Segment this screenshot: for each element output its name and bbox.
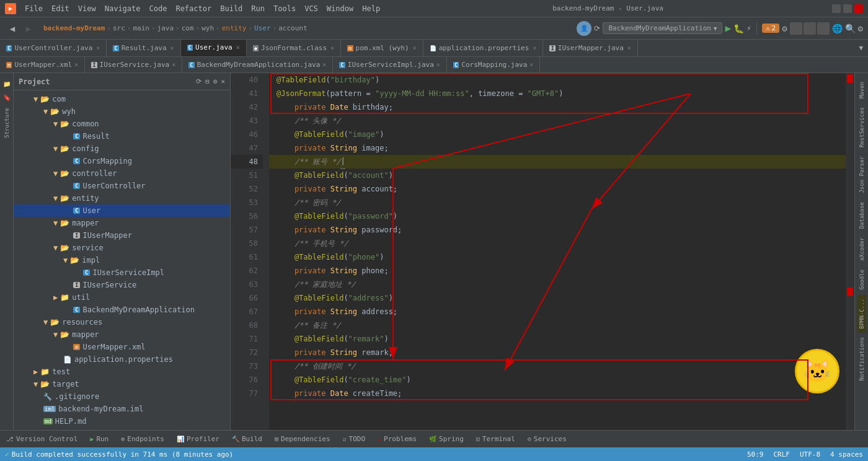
tab2-close-5[interactable]: × <box>529 61 533 68</box>
bc-java[interactable]: java <box>157 24 174 32</box>
goodle-panel-btn[interactable]: Goodle <box>857 266 866 294</box>
tree-item[interactable]: C BackendMyDreamApplication <box>14 304 230 316</box>
tab-result[interactable]: C Result.java × <box>107 40 180 56</box>
tab2-backendapp[interactable]: C BackendMyDreamApplication.java × <box>182 57 333 72</box>
tree-item[interactable]: ▼ 📂 resources <box>14 316 230 328</box>
tree-item[interactable]: ▼ 📂 wyh <box>14 105 230 118</box>
run-button[interactable]: ▶ <box>725 22 731 34</box>
tab-close-4[interactable]: × <box>330 45 334 51</box>
toolbar-back[interactable]: ◀ <box>5 21 20 36</box>
bottom-tab-profiler[interactable]: 📊 Profiler <box>170 431 226 448</box>
debug-button[interactable]: 🐛 <box>733 24 744 33</box>
database-panel-btn[interactable]: Database <box>857 198 866 232</box>
tree-item[interactable]: 🔧 .gitignore <box>14 390 230 403</box>
menu-navigate[interactable]: Navigate <box>101 3 144 14</box>
project-panel-btn[interactable]: 📁 <box>1 78 12 89</box>
tree-item[interactable]: ▼ 📂 controller <box>14 167 230 180</box>
bc-com[interactable]: com <box>182 24 194 32</box>
tab-close-3[interactable]: × <box>236 44 240 51</box>
tree-item[interactable]: I IUserMapper <box>14 229 230 242</box>
bc-src[interactable]: src <box>113 24 125 32</box>
menu-vcs[interactable]: VCS <box>301 3 322 14</box>
tree-item[interactable]: I IUserService <box>14 279 230 291</box>
menu-run[interactable]: Run <box>247 3 268 14</box>
toolbar-search[interactable]: 🔍 <box>845 24 856 33</box>
tree-item[interactable]: C Result <box>14 130 230 143</box>
sidebar-hide-btn[interactable]: × <box>221 77 225 86</box>
tree-item[interactable]: ▼ 📂 service <box>14 242 230 254</box>
window-minimize[interactable] <box>832 4 841 13</box>
toolbar-btn2[interactable] <box>804 22 816 35</box>
tab-close-2[interactable]: × <box>170 45 174 51</box>
tree-item[interactable]: ▼ 📂 impl <box>14 254 230 266</box>
bc-user[interactable]: User <box>254 24 271 32</box>
tab2-corsmapping[interactable]: C CorsMapping.java × <box>447 57 540 72</box>
window-close[interactable] <box>854 4 863 13</box>
tree-item[interactable]: ▼ 📂 entity <box>14 192 230 204</box>
menu-edit[interactable]: Edit <box>48 3 73 14</box>
bottom-tab-version-control[interactable]: ⎇ Version Control <box>0 431 84 448</box>
jsonparser-panel-btn[interactable]: Json Parser <box>857 152 866 197</box>
tree-item[interactable]: ▼ 📂 target <box>14 378 230 390</box>
bc-wyh[interactable]: wyh <box>202 24 214 32</box>
tree-item[interactable]: md HELP.md <box>14 415 230 428</box>
tab2-close-4[interactable]: × <box>436 61 440 68</box>
toolbar-gear[interactable]: ⚙ <box>858 24 863 33</box>
menu-help[interactable]: Help <box>358 3 384 14</box>
tab-more[interactable]: ▼ <box>854 40 868 56</box>
tree-item[interactable]: iml backend-myDream.iml <box>14 403 230 415</box>
tree-item[interactable]: ▼ 📂 config <box>14 143 230 155</box>
toolbar-btn3[interactable] <box>817 22 830 35</box>
tab-iusermapper[interactable]: I IUserMapper.java × <box>543 40 637 56</box>
bc-entity[interactable]: entity <box>222 24 247 32</box>
bc-main[interactable]: main <box>133 24 149 32</box>
bottom-tab-dependencies[interactable]: ⊞ Dependencies <box>268 431 337 448</box>
toolbar-btn1[interactable] <box>790 22 802 35</box>
bc-project[interactable]: backend-myDream <box>43 24 105 32</box>
encoding[interactable]: UTF-8 <box>800 450 820 459</box>
bottom-tab-build[interactable]: 🔨 Build <box>226 431 268 448</box>
bottom-tab-run[interactable]: ▶ Run <box>84 431 115 448</box>
sidebar-settings-btn[interactable]: ⚙ <box>213 77 218 86</box>
run-config-selector[interactable]: BackendMyDreamApplication ▼ <box>603 22 722 34</box>
run-coverage-button[interactable]: ⚡ <box>746 24 751 33</box>
notifications-panel-btn[interactable]: Notifications <box>857 333 866 384</box>
sidebar-collapse-btn[interactable]: ⊟ <box>205 77 210 86</box>
sync-icon[interactable]: ⟳ <box>594 24 600 33</box>
menu-view[interactable]: View <box>74 3 100 14</box>
bc-account[interactable]: account <box>278 24 307 32</box>
toolbar-forward[interactable]: ▶ <box>21 21 36 36</box>
profile-icon[interactable]: 👤 <box>577 21 591 36</box>
tab2-iuserservice[interactable]: I IUserService.java × <box>85 57 182 72</box>
tree-item[interactable]: ▶ 📁 util <box>14 291 230 304</box>
tree-item[interactable]: ▼ 📂 mapper <box>14 328 230 341</box>
window-maximize[interactable] <box>843 4 852 13</box>
translate-icon[interactable]: 🌐 <box>832 24 843 33</box>
tree-item-user-selected[interactable]: C User <box>14 204 230 217</box>
tree-item[interactable]: C CorsMapping <box>14 155 230 167</box>
tab2-close-2[interactable]: × <box>172 61 175 68</box>
tree-item[interactable]: m UserMapper.xml <box>14 341 230 353</box>
sidebar-sync-btn[interactable]: ⟳ <box>196 77 202 86</box>
tab-close-1[interactable]: × <box>96 45 100 51</box>
restservices-panel-btn[interactable]: RestServices <box>857 103 866 151</box>
bottom-tab-problems[interactable]: ⚠ Problems <box>371 431 423 448</box>
tree-item[interactable]: C IUserServiceImpl <box>14 266 230 279</box>
bookmarks-btn[interactable]: 🔖 <box>1 92 12 103</box>
tree-item[interactable]: ▼ 📂 mapper <box>14 217 230 229</box>
bottom-tab-services[interactable]: ⊙ Services <box>521 431 573 448</box>
tab-close-7[interactable]: × <box>627 45 631 51</box>
tree-item[interactable]: 📄 application.properties <box>14 353 230 366</box>
tab-jsonformat[interactable]: ◆ JsonFormat.class × <box>247 40 341 56</box>
warning-badge[interactable]: ⚠2 <box>762 24 779 33</box>
tab2-usermapper[interactable]: m UserMapper.xml × <box>0 57 85 72</box>
tree-item[interactable]: ▶ 📁 test <box>14 366 230 378</box>
indent-setting[interactable]: 4 spaces <box>830 450 863 459</box>
tab-pomxml[interactable]: m pom.xml (wyh) × <box>341 40 423 56</box>
tab-close-6[interactable]: × <box>533 45 536 51</box>
tab2-iuserserviceimpl[interactable]: C IUserServiceImpl.java × <box>333 57 447 72</box>
tab2-close-1[interactable]: × <box>74 61 78 68</box>
maven-panel-btn[interactable]: Maven <box>857 78 866 102</box>
tab-user-active[interactable]: C User.java × <box>181 40 247 56</box>
menu-build[interactable]: Build <box>216 3 246 14</box>
